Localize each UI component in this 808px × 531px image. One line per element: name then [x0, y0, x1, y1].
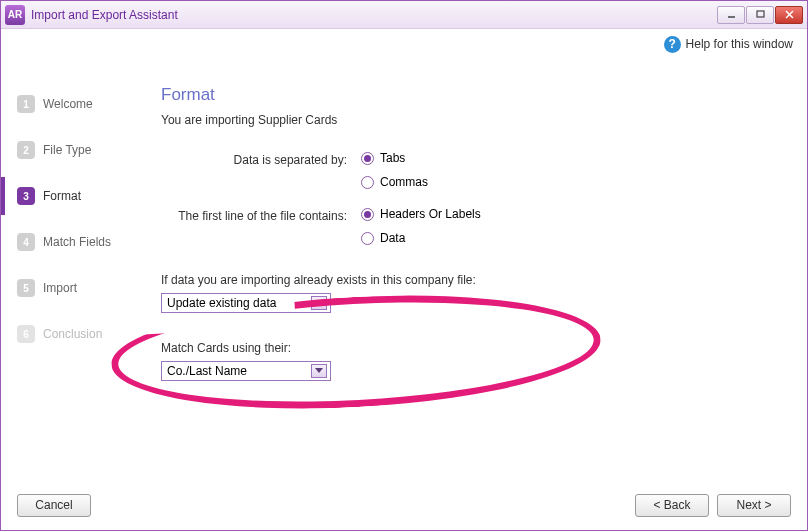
step-label: Welcome	[43, 97, 93, 111]
page-subtitle: You are importing Supplier Cards	[161, 113, 775, 127]
separator-label: Data is separated by:	[161, 151, 361, 167]
match-label: Match Cards using their:	[161, 341, 775, 355]
svg-marker-5	[315, 368, 323, 373]
step-label: Match Fields	[43, 235, 111, 249]
page-heading: Format	[161, 85, 775, 105]
radio-label: Tabs	[380, 151, 405, 165]
chevron-down-icon	[311, 364, 327, 378]
radio-icon	[361, 152, 374, 165]
radio-label: Data	[380, 231, 405, 245]
body: 1Welcome 2File Type 3Format 4Match Field…	[1, 59, 807, 480]
separator-row: Data is separated by: Tabs Commas	[161, 151, 775, 189]
next-button[interactable]: Next >	[717, 494, 791, 517]
step-number: 1	[17, 95, 35, 113]
match-dropdown[interactable]: Co./Last Name	[161, 361, 331, 381]
dropdown-value: Update existing data	[167, 296, 276, 310]
radio-headers[interactable]: Headers Or Labels	[361, 207, 481, 221]
step-label: Format	[43, 189, 81, 203]
step-welcome[interactable]: 1Welcome	[15, 85, 141, 123]
titlebar[interactable]: AR Import and Export Assistant	[1, 1, 807, 29]
step-number: 2	[17, 141, 35, 159]
help-icon: ?	[664, 36, 681, 53]
dropdown-value: Co./Last Name	[167, 364, 247, 378]
exists-dropdown[interactable]: Update existing data	[161, 293, 331, 313]
cancel-button[interactable]: Cancel	[17, 494, 91, 517]
content-panel: Format You are importing Supplier Cards …	[141, 59, 807, 480]
sidebar: 1Welcome 2File Type 3Format 4Match Field…	[1, 59, 141, 480]
step-number: 3	[17, 187, 35, 205]
radio-commas[interactable]: Commas	[361, 175, 428, 189]
radio-icon	[361, 176, 374, 189]
step-number: 5	[17, 279, 35, 297]
svg-marker-4	[315, 300, 323, 305]
step-conclusion: 6Conclusion	[15, 315, 141, 353]
firstline-row: The first line of the file contains: Hea…	[161, 207, 775, 245]
step-number: 4	[17, 233, 35, 251]
step-number: 6	[17, 325, 35, 343]
window-controls	[717, 6, 803, 24]
help-link[interactable]: ? Help for this window	[664, 36, 793, 53]
step-filetype[interactable]: 2File Type	[15, 131, 141, 169]
radio-tabs[interactable]: Tabs	[361, 151, 428, 165]
footer: Cancel < Back Next >	[1, 480, 807, 530]
back-button[interactable]: < Back	[635, 494, 709, 517]
step-import[interactable]: 5Import	[15, 269, 141, 307]
firstline-label: The first line of the file contains:	[161, 207, 361, 223]
help-row: ? Help for this window	[1, 29, 807, 59]
svg-rect-1	[757, 11, 764, 17]
maximize-button[interactable]	[746, 6, 774, 24]
app-icon: AR	[5, 5, 25, 25]
close-button[interactable]	[775, 6, 803, 24]
radio-data[interactable]: Data	[361, 231, 481, 245]
chevron-down-icon	[311, 296, 327, 310]
radio-label: Commas	[380, 175, 428, 189]
radio-label: Headers Or Labels	[380, 207, 481, 221]
step-label: Conclusion	[43, 327, 102, 341]
window-title: Import and Export Assistant	[31, 8, 717, 22]
step-matchfields[interactable]: 4Match Fields	[15, 223, 141, 261]
step-format[interactable]: 3Format	[15, 177, 141, 215]
help-label: Help for this window	[686, 37, 793, 51]
minimize-button[interactable]	[717, 6, 745, 24]
step-label: Import	[43, 281, 77, 295]
radio-icon	[361, 208, 374, 221]
radio-icon	[361, 232, 374, 245]
exists-label: If data you are importing already exists…	[161, 273, 775, 287]
step-label: File Type	[43, 143, 91, 157]
window-frame: AR Import and Export Assistant ? Help fo…	[0, 0, 808, 531]
